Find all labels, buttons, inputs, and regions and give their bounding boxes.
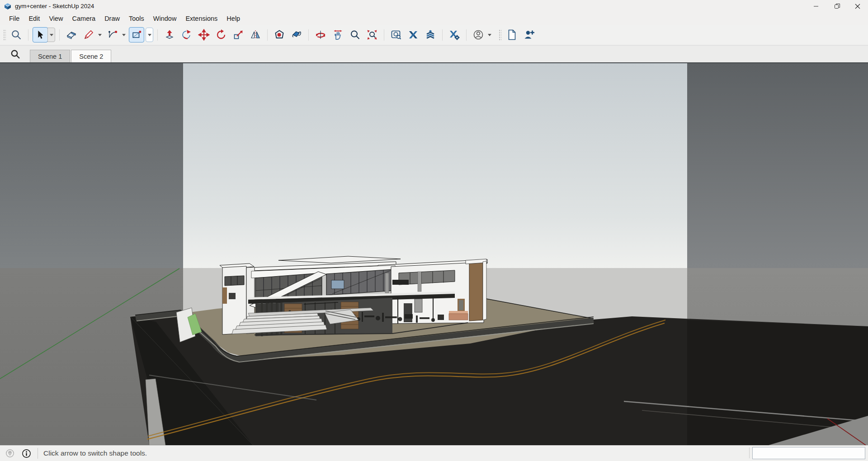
share-model-button[interactable] (406, 27, 421, 42)
sign-in-avatar-button[interactable] (471, 27, 486, 42)
eraser-icon (66, 29, 77, 41)
3d-warehouse-button[interactable] (388, 27, 404, 42)
scene-tab-bar: Scene 1 Scene 2 (0, 45, 868, 63)
zoom-icon (349, 29, 361, 41)
menu-camera[interactable]: Camera (68, 14, 100, 24)
share-model-icon (407, 29, 419, 41)
orbit-tool-button[interactable] (313, 27, 328, 42)
select-tool-button[interactable] (33, 27, 48, 42)
flip-icon (250, 29, 261, 41)
minimize-button[interactable] (806, 0, 826, 12)
orbit-icon (315, 29, 326, 41)
tab-scene-2-label: Scene 2 (79, 53, 103, 60)
pan-tool-button[interactable] (330, 27, 345, 42)
menu-bar: File Edit View Camera Draw Tools Window … (0, 12, 868, 25)
menu-window[interactable]: Window (149, 14, 181, 24)
sketchup-logo-icon (4, 3, 11, 10)
scene-search-button[interactable] (10, 49, 21, 60)
viewport[interactable] (0, 63, 868, 445)
select-flyout-arrow[interactable] (47, 28, 55, 42)
status-message: Click arrow to switch shape tools. (43, 449, 147, 457)
menu-draw[interactable]: Draw (100, 14, 124, 24)
menu-file[interactable]: File (5, 14, 24, 24)
rotate-icon (215, 29, 227, 41)
title-bar: gym+center - SketchUp 2024 (0, 0, 868, 12)
menu-help[interactable]: Help (222, 14, 245, 24)
status-divider (38, 448, 38, 459)
sky (0, 63, 868, 268)
window-title: gym+center - SketchUp 2024 (15, 3, 94, 9)
avatar-icon (472, 29, 484, 41)
toolbar (0, 25, 868, 45)
viewport-canvas[interactable] (0, 63, 868, 445)
search-icon (10, 29, 22, 41)
rectangle-flyout-arrow[interactable] (146, 28, 153, 42)
extension-warehouse-icon (448, 29, 460, 41)
upper-glazing-right (326, 269, 393, 295)
measurements-box[interactable] (752, 447, 865, 459)
rotate-tool-button[interactable] (213, 27, 229, 42)
menu-tools[interactable]: Tools (124, 14, 149, 24)
scale-tool-button[interactable] (231, 27, 246, 42)
line-tool-button[interactable] (81, 27, 96, 42)
flip-tool-button[interactable] (248, 27, 263, 42)
scale-icon (232, 29, 244, 41)
status-bar: Click arrow to switch shape tools. (0, 445, 868, 461)
zoom-extents-icon (366, 29, 378, 41)
zoom-extents-tool-button[interactable] (364, 27, 380, 42)
magnifier-icon (10, 49, 21, 60)
select-cursor-icon (35, 29, 46, 40)
follow-me-tool-button[interactable] (179, 27, 194, 42)
eraser-tool-button[interactable] (64, 27, 79, 42)
share-component-button[interactable] (423, 27, 438, 42)
rectangle-icon (131, 29, 142, 40)
paint-bucket-icon (291, 29, 302, 41)
share-component-icon (425, 29, 436, 41)
tab-scene-1-label: Scene 1 (38, 53, 62, 60)
info-icon[interactable] (22, 449, 31, 458)
pan-icon (332, 29, 344, 41)
pencil-icon (83, 29, 94, 41)
tab-scene-1[interactable]: Scene 1 (30, 50, 70, 62)
move-icon (198, 29, 210, 41)
move-tool-button[interactable] (196, 27, 212, 42)
menu-view[interactable]: View (44, 14, 67, 24)
offset-tool-button[interactable] (272, 27, 287, 42)
rectangle-tool-button[interactable] (129, 27, 144, 42)
tab-scene-2[interactable]: Scene 2 (71, 50, 111, 62)
push-pull-tool-button[interactable] (162, 27, 177, 42)
sign-in-flyout-arrow[interactable] (486, 28, 493, 42)
follow-me-icon (181, 29, 193, 41)
add-collaborator-icon (523, 29, 535, 41)
new-document-icon (506, 29, 518, 41)
arc-icon (107, 29, 118, 41)
line-flyout-arrow[interactable] (96, 28, 103, 42)
3d-warehouse-icon (390, 29, 402, 41)
search-tool-button[interactable] (9, 27, 24, 42)
measurements-divider (749, 447, 750, 458)
zoom-tool-button[interactable] (347, 27, 363, 42)
add-collaborator-button[interactable] (521, 27, 537, 42)
offset-icon (274, 29, 285, 41)
extension-warehouse-button[interactable] (447, 27, 462, 42)
restore-button[interactable] (826, 0, 847, 12)
paint-bucket-tool-button[interactable] (289, 27, 304, 42)
toolbar-grip-2[interactable] (498, 29, 501, 41)
arc-tool-button[interactable] (105, 27, 120, 42)
toolbar-grip[interactable] (3, 29, 6, 41)
geolocation-icon[interactable] (5, 449, 14, 458)
menu-edit[interactable]: Edit (24, 14, 44, 24)
new-document-button[interactable] (504, 27, 519, 42)
arc-flyout-arrow[interactable] (120, 28, 127, 42)
close-button[interactable] (847, 0, 868, 12)
push-pull-icon (164, 29, 175, 41)
menu-extensions[interactable]: Extensions (181, 14, 222, 24)
